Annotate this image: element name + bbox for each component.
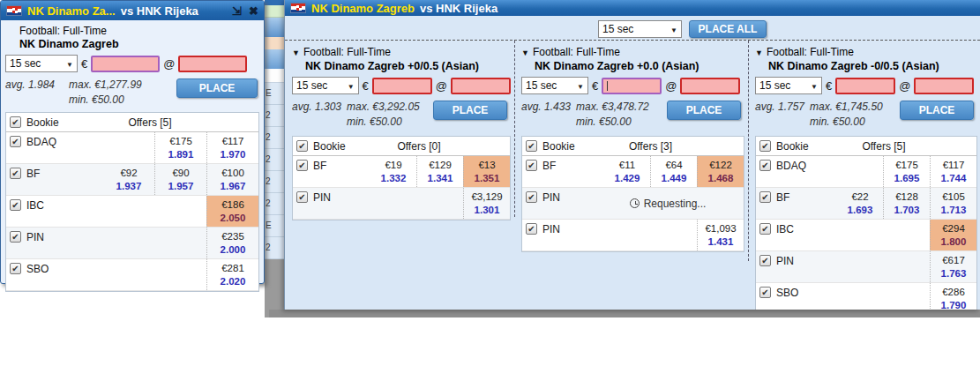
offer-cell[interactable]: €235 2.000 xyxy=(206,228,258,258)
stake-input[interactable] xyxy=(835,78,895,94)
select-all-checkbox[interactable] xyxy=(759,140,771,152)
offer-amount: €281 xyxy=(210,262,256,275)
offer-cell[interactable]: €129 1.341 xyxy=(416,156,463,187)
offer-cell-selected[interactable]: €186 2.050 xyxy=(206,196,258,227)
table-row: BF €11 1.429 €64 1.449 €122 1.468 xyxy=(522,156,744,188)
bookie-table: Bookie Offers [5] BDAQ €175 1.891 €117 1… xyxy=(5,112,259,292)
offer-cell[interactable]: €117 1.744 xyxy=(930,156,976,187)
bookie-checkbox[interactable] xyxy=(759,191,771,203)
offer-cell[interactable]: €1,093 1.431 xyxy=(697,220,744,250)
chevron-down-icon xyxy=(577,79,584,92)
offer-cell[interactable]: €90 1.957 xyxy=(154,164,206,195)
bookie-checkbox[interactable] xyxy=(10,168,21,179)
croatia-flag-icon xyxy=(6,5,22,16)
window-title-vs: vs HNK Rijeka xyxy=(420,2,497,15)
offer-odds: 1.468 xyxy=(700,172,741,185)
delay-select-all[interactable]: 15 sec xyxy=(598,20,682,38)
place-all-button[interactable]: PLACE ALL xyxy=(689,20,767,38)
bookie-checkbox[interactable] xyxy=(759,255,771,266)
min-stake-label: min. €50.00 xyxy=(810,116,900,128)
bookie-checkbox[interactable] xyxy=(10,136,21,147)
bookie-checkbox[interactable] xyxy=(526,191,537,203)
close-icon[interactable] xyxy=(249,3,258,19)
odds-input[interactable] xyxy=(451,78,511,94)
offer-cell[interactable]: €128 1.703 xyxy=(883,188,930,219)
collapse-icon[interactable] xyxy=(292,46,300,58)
offer-cell[interactable]: €617 1.763 xyxy=(930,251,976,282)
bookie-checkbox[interactable] xyxy=(296,160,308,171)
market-label: NK Dinamo Zagreb -0/0.5 (Asian) xyxy=(755,60,977,72)
place-button[interactable]: PLACE xyxy=(667,101,741,120)
bookie-checkbox[interactable] xyxy=(526,223,537,235)
stake-input[interactable] xyxy=(372,78,432,94)
offer-cell[interactable]: €105 1.713 xyxy=(930,188,976,219)
table-row: BDAQ €175 1.695 €117 1.744 xyxy=(756,156,976,188)
bookie-checkbox[interactable] xyxy=(296,191,308,203)
delay-select[interactable]: 15 sec xyxy=(755,77,822,94)
offer-cell[interactable]: €175 1.695 xyxy=(883,156,930,187)
offer-cell-selected[interactable]: €122 1.468 xyxy=(697,156,744,187)
bookie-checkbox[interactable] xyxy=(759,160,771,171)
offer-amount: €186 xyxy=(210,198,256,212)
table-row: IBC €294 1.800 xyxy=(756,220,976,251)
offer-odds: 1.301 xyxy=(467,204,507,217)
chevron-down-icon xyxy=(66,57,73,70)
place-button[interactable]: PLACE xyxy=(176,78,258,98)
table-row: PIN €235 2.000 xyxy=(6,228,258,259)
requesting-label: Requesting... xyxy=(644,198,707,210)
window-titlebar[interactable]: NK Dinamo Zagreb vs HNK Rijeka xyxy=(285,0,980,16)
bookie-checkbox[interactable] xyxy=(10,231,21,243)
offer-cell[interactable]: €11 1.429 xyxy=(603,156,650,187)
currency-label: € xyxy=(363,79,369,93)
odds-input[interactable] xyxy=(914,78,974,94)
offer-cell[interactable]: €175 1.891 xyxy=(154,132,206,163)
odds-input[interactable] xyxy=(680,78,740,94)
select-all-checkbox[interactable] xyxy=(10,116,21,128)
bg-row: 2 xyxy=(265,149,286,171)
bookie-name: PIN xyxy=(26,228,102,258)
offer-cell[interactable]: €92 1.937 xyxy=(102,164,154,195)
offer-cell[interactable]: €3,129 1.301 xyxy=(463,188,510,219)
offer-odds: 1.703 xyxy=(886,204,927,217)
market-label: NK Dinamo Zagreb +0.0 (Asian) xyxy=(521,60,744,72)
chevron-down-icon xyxy=(811,79,818,92)
select-all-checkbox[interactable] xyxy=(296,140,308,152)
offer-cell[interactable]: €117 1.970 xyxy=(206,132,258,163)
bookie-checkbox[interactable] xyxy=(759,223,771,235)
offer-odds: 1.332 xyxy=(373,172,414,185)
offer-cell xyxy=(836,220,883,250)
place-button[interactable]: PLACE xyxy=(900,101,974,120)
currency-label: € xyxy=(826,79,832,93)
bookie-checkbox[interactable] xyxy=(10,199,21,211)
bookie-checkbox[interactable] xyxy=(526,160,537,171)
offer-odds: 1.713 xyxy=(933,204,974,217)
popout-icon[interactable] xyxy=(232,3,242,19)
delay-select[interactable]: 15 sec xyxy=(5,55,78,72)
collapse-icon[interactable] xyxy=(755,46,763,58)
delay-select[interactable]: 15 sec xyxy=(521,77,588,94)
offer-cell[interactable]: €281 2.020 xyxy=(206,259,258,290)
select-all-checkbox[interactable] xyxy=(526,140,537,152)
offer-cell[interactable]: €22 1.693 xyxy=(836,188,883,219)
offer-cell[interactable]: €100 1.967 xyxy=(206,164,258,195)
bookie-name: PIN xyxy=(313,188,370,219)
offer-odds: 1.970 xyxy=(210,148,256,161)
offer-cell[interactable]: €286 1.790 xyxy=(930,283,976,310)
bookie-checkbox[interactable] xyxy=(759,287,771,298)
offer-cell[interactable]: €64 1.449 xyxy=(650,156,697,187)
collapse-icon[interactable] xyxy=(521,46,529,58)
bookie-checkbox[interactable] xyxy=(10,263,21,274)
max-stake-label: max. €1,277.99 xyxy=(69,78,176,91)
offer-cell[interactable]: €19 1.332 xyxy=(370,156,416,187)
place-button[interactable]: PLACE xyxy=(433,101,507,120)
offer-cell-selected[interactable]: €294 1.800 xyxy=(930,220,976,250)
delay-select[interactable]: 15 sec xyxy=(292,77,359,94)
window-titlebar[interactable]: NK Dinamo Za... vs HNK Rijeka xyxy=(1,1,264,20)
stake-input-focused[interactable] xyxy=(602,78,662,94)
offer-amount: €294 xyxy=(933,222,974,235)
stake-input[interactable] xyxy=(91,56,160,72)
offer-cell-selected[interactable]: €13 1.351 xyxy=(463,156,510,187)
odds-input[interactable] xyxy=(178,56,247,72)
table-row: BF €22 1.693 €128 1.703 €105 1.713 xyxy=(756,188,976,220)
offer-amount: €13 xyxy=(467,159,507,172)
